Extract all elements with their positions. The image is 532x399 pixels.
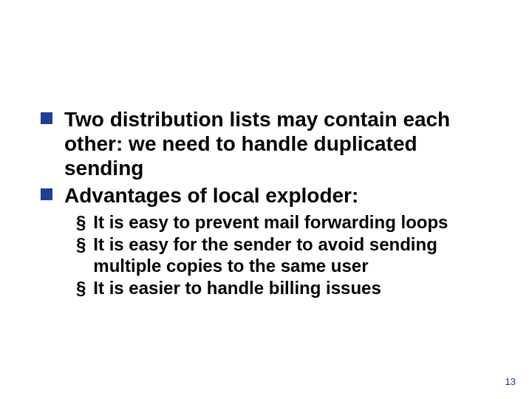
slide-content: Two distribution lists may contain each … xyxy=(41,107,491,300)
list-item-text: Advantages of local exploder: xyxy=(64,183,491,208)
svg-rect-1 xyxy=(41,188,52,200)
sub-list-item-text: It is easy for the sender to avoid sendi… xyxy=(93,234,491,276)
sub-list-item: § It is easier to handle billing issues xyxy=(76,278,491,299)
sub-list-item: § It is easy to prevent mail forwarding … xyxy=(76,212,491,233)
list-item: Advantages of local exploder: xyxy=(41,183,491,208)
sub-list: § It is easy to prevent mail forwarding … xyxy=(76,212,491,299)
section-mark-icon: § xyxy=(76,278,86,299)
section-mark-icon: § xyxy=(76,212,86,233)
square-bullet-icon xyxy=(41,112,52,124)
list-item-text: Two distribution lists may contain each … xyxy=(64,107,491,180)
list-item: Two distribution lists may contain each … xyxy=(41,107,491,180)
slide: Two distribution lists may contain each … xyxy=(0,0,532,399)
page-number: 13 xyxy=(505,376,516,387)
sub-list-item-text: It is easier to handle billing issues xyxy=(93,278,491,299)
sub-list-item: § It is easy for the sender to avoid sen… xyxy=(76,234,491,276)
svg-rect-0 xyxy=(41,112,52,124)
sub-list-item-text: It is easy to prevent mail forwarding lo… xyxy=(93,212,491,233)
square-bullet-icon xyxy=(41,188,52,200)
section-mark-icon: § xyxy=(76,234,86,255)
